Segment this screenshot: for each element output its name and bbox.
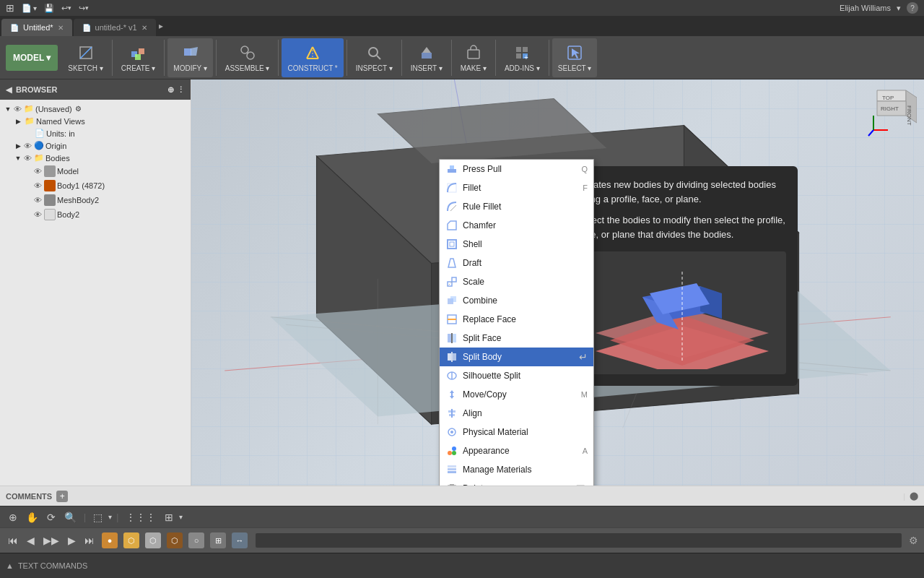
pb-transform[interactable]: ↔ bbox=[232, 532, 248, 548]
tree-item-model[interactable]: 👁 Model bbox=[0, 164, 191, 178]
tree-item-root[interactable]: ▼ 👁 📁 (Unsaved) ⚙ bbox=[0, 103, 191, 115]
pan-tool-btn[interactable]: ✋ bbox=[23, 510, 41, 525]
menu-shell[interactable]: Shell bbox=[440, 235, 593, 254]
orbit-tool-btn[interactable]: ⟳ bbox=[44, 510, 58, 525]
pb-cyl1[interactable]: ⬡ bbox=[123, 532, 139, 548]
sidebar: ◀ BROWSER ⊕ ⋮ ▼ 👁 📁 (Unsaved) ⚙ ▶ 📁 Name… bbox=[0, 79, 191, 486]
menu-replace-face[interactable]: Replace Face bbox=[440, 310, 593, 329]
eye-body2[interactable]: 👁 bbox=[34, 210, 42, 219]
toolbar-inspect[interactable]: INSPECT ▾ bbox=[350, 38, 398, 77]
pb-fastforward[interactable]: ▶▶ bbox=[41, 533, 61, 548]
move-tool-btn[interactable]: ⊕ bbox=[6, 510, 20, 525]
nav-cube[interactable]: TOP FRONT RIGHT bbox=[866, 87, 917, 137]
pb-cyl3[interactable]: ⬡ bbox=[167, 532, 183, 548]
playback-settings-btn[interactable]: ⚙ bbox=[909, 535, 918, 546]
toolbar-select[interactable]: SELECT ▾ bbox=[552, 38, 598, 77]
sidebar-collapse-icon[interactable]: ◀ bbox=[6, 85, 12, 95]
tree-item-meshbody2[interactable]: 👁 MeshBody2 bbox=[0, 193, 191, 207]
toolbar-insert[interactable]: INSERT ▾ bbox=[405, 38, 448, 77]
file-menu[interactable]: 📄▾ bbox=[22, 4, 37, 13]
toolbar-addins[interactable]: + ADD-INS ▾ bbox=[499, 38, 546, 77]
menu-rule-fillet[interactable]: Rule Fillet bbox=[440, 197, 593, 216]
view-toggle-btn[interactable]: ⊞ bbox=[162, 510, 176, 525]
text-commands-expand-icon[interactable]: ▲ bbox=[6, 561, 14, 570]
menu-split-body[interactable]: Split Body ↵ bbox=[440, 348, 593, 366]
menu-draft[interactable]: Draft bbox=[440, 254, 593, 272]
tree-item-origin[interactable]: ▶ 👁 🔵 Origin bbox=[0, 139, 191, 152]
menu-silhouette-split[interactable]: Silhouette Split bbox=[440, 366, 593, 385]
grid-toggle-btn[interactable]: ⋮⋮⋮ bbox=[123, 510, 159, 525]
tab-untitled[interactable]: 📄 Untitled* ✕ bbox=[1, 19, 72, 36]
eye-model[interactable]: 👁 bbox=[34, 167, 42, 176]
timeline[interactable] bbox=[256, 533, 902, 548]
pb-first[interactable]: ⏮ bbox=[6, 533, 20, 548]
menu-press-pull[interactable]: Press Pull Q bbox=[440, 160, 593, 178]
tree-label-units: Units: in bbox=[46, 129, 75, 138]
user-name[interactable]: Elijah Williams bbox=[840, 4, 891, 12]
user-dropdown-icon[interactable]: ▾ bbox=[897, 4, 901, 13]
menu-align[interactable]: Align bbox=[440, 404, 593, 423]
menu-combine[interactable]: Combine bbox=[440, 291, 593, 310]
sidebar-settings-icon[interactable]: ⋮ bbox=[177, 85, 185, 95]
toolbar-sketch[interactable]: SKETCH ▾ bbox=[62, 38, 108, 77]
pb-sphere1[interactable]: ● bbox=[102, 532, 118, 548]
grid-icon[interactable]: ⊞ bbox=[6, 2, 14, 14]
svg-line-49 bbox=[448, 282, 452, 286]
undo-btn[interactable]: ↩▾ bbox=[61, 4, 71, 13]
eye-root[interactable]: 👁 bbox=[14, 105, 22, 113]
tree-item-named-views[interactable]: ▶ 📁 Named Views bbox=[0, 115, 191, 127]
sidebar-expand-icon[interactable]: ⊕ bbox=[167, 85, 174, 95]
redo-btn[interactable]: ↪▾ bbox=[79, 4, 89, 13]
tree-item-body1[interactable]: 👁 Body1 (4872) bbox=[0, 178, 191, 193]
unsaved-settings[interactable]: ⚙ bbox=[75, 105, 82, 113]
toolbar-construct[interactable]: CONSTRUCT * bbox=[282, 38, 343, 77]
display-dropdown[interactable]: ▾ bbox=[108, 513, 112, 521]
tree-item-body2[interactable]: 👁 Body2 bbox=[0, 207, 191, 222]
svg-rect-71 bbox=[448, 471, 456, 473]
tree-item-units[interactable]: 📄 Units: in bbox=[0, 127, 191, 139]
pb-prev[interactable]: ◀ bbox=[25, 533, 37, 548]
scale-icon bbox=[445, 275, 458, 288]
eye-mesh[interactable]: 👁 bbox=[34, 196, 42, 204]
toolbar-create[interactable]: CREATE ▾ bbox=[116, 38, 162, 77]
model-button[interactable]: MODEL ▾ bbox=[6, 45, 58, 71]
chamfer-icon bbox=[445, 219, 458, 232]
pb-cyl2[interactable]: ⬡ bbox=[145, 532, 161, 548]
menu-physical-material[interactable]: Physical Material bbox=[440, 423, 593, 441]
view-dropdown[interactable]: ▾ bbox=[179, 513, 183, 521]
menu-scale[interactable]: Scale bbox=[440, 272, 593, 291]
viewport[interactable]: Press Pull Q Fillet F Rule Fillet bbox=[191, 79, 924, 486]
save-icon[interactable]: 💾 bbox=[44, 4, 54, 13]
menu-appearance[interactable]: Appearance A bbox=[440, 441, 593, 460]
menu-split-face[interactable]: Split Face bbox=[440, 329, 593, 348]
comments-add-btn[interactable]: + bbox=[56, 491, 68, 502]
eye-body1[interactable]: 👁 bbox=[34, 181, 42, 190]
tab-close-btn[interactable]: ✕ bbox=[58, 24, 64, 32]
menu-manage-materials[interactable]: Manage Materials bbox=[440, 460, 593, 479]
svg-rect-21 bbox=[516, 53, 521, 59]
zoom-tool-btn[interactable]: 🔍 bbox=[61, 510, 79, 525]
menu-delete[interactable]: Delete ⌦ bbox=[440, 479, 593, 486]
eye-origin[interactable]: 👁 bbox=[24, 142, 32, 150]
tab-untitled-v1[interactable]: 📄 untitled-* v1 ✕ bbox=[74, 19, 156, 36]
toolbar-modify[interactable]: MODIFY ▾ bbox=[167, 38, 212, 77]
toolbar-make[interactable]: MAKE ▾ bbox=[455, 38, 492, 77]
tree-item-bodies[interactable]: ▼ 👁 📁 Bodies bbox=[0, 152, 191, 164]
menu-fillet[interactable]: Fillet F bbox=[440, 178, 593, 197]
sidebar-collapse-btn[interactable]: ⬤ bbox=[910, 491, 918, 501]
pb-last[interactable]: ⏭ bbox=[82, 533, 97, 548]
sep6 bbox=[401, 40, 402, 76]
eye-bodies[interactable]: 👁 bbox=[24, 154, 32, 163]
toolbar-assemble[interactable]: ASSEMBLE ▾ bbox=[219, 38, 276, 77]
tab-overflow-icon[interactable]: ▸ bbox=[159, 21, 163, 31]
help-icon[interactable]: ? bbox=[907, 2, 918, 14]
pb-mesh[interactable]: ⊞ bbox=[210, 532, 226, 548]
menu-chamfer[interactable]: Chamfer bbox=[440, 216, 593, 235]
align-icon bbox=[445, 407, 458, 420]
pb-play[interactable]: ▶ bbox=[66, 533, 78, 548]
svg-text:FRONT: FRONT bbox=[906, 105, 912, 126]
pb-sphere2[interactable]: ○ bbox=[188, 532, 204, 548]
menu-move-copy[interactable]: Move/Copy M bbox=[440, 385, 593, 404]
display-mode-btn[interactable]: ⬚ bbox=[90, 510, 105, 525]
tab-close-btn2[interactable]: ✕ bbox=[141, 24, 147, 32]
